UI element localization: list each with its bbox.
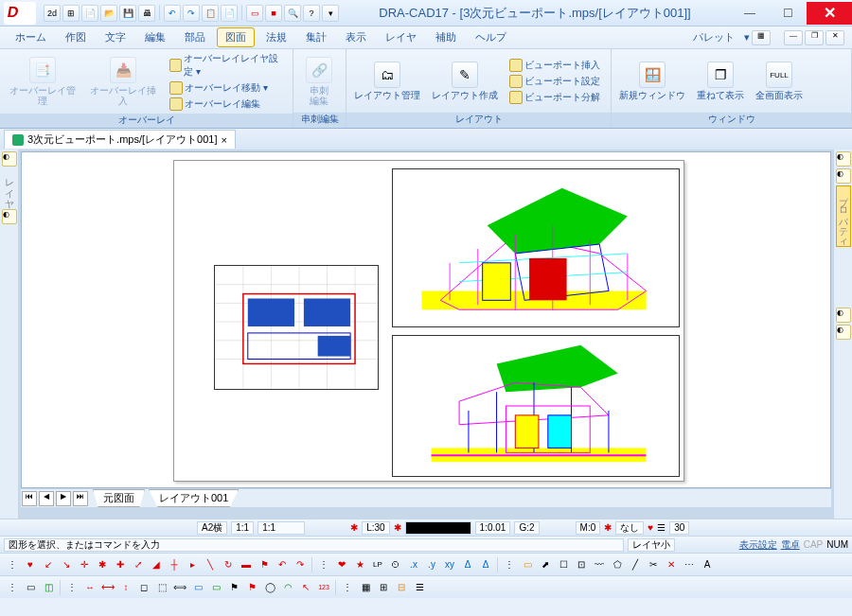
sel-poly[interactable]: ⬠	[609, 556, 626, 573]
cascade-button[interactable]: ❐ 重ねて表示	[693, 60, 748, 102]
tool2-table[interactable]: ⊟	[393, 579, 410, 596]
sel-cursor[interactable]: ⬈	[537, 556, 554, 573]
nav-prev[interactable]: ◀	[39, 491, 54, 506]
nav-last[interactable]: ⏭	[73, 491, 88, 506]
status-coord[interactable]: 1:0.01	[475, 521, 511, 535]
dim-h2[interactable]: ⟺	[171, 579, 188, 596]
menu-draw[interactable]: 作図	[58, 28, 94, 46]
grip-icon[interactable]: ⋮	[501, 556, 518, 573]
dim-h[interactable]: ↔	[81, 579, 98, 596]
app-logo[interactable]: D	[4, 2, 36, 25]
status-ratio1[interactable]: 1:1	[231, 521, 254, 535]
document-tab[interactable]: 3次元ビューポート.mps/[レイアウト001] ×	[4, 130, 236, 149]
grip-icon[interactable]: ⋮	[63, 579, 80, 596]
qat-copy[interactable]: 📋	[202, 5, 219, 22]
dim-rect[interactable]: ▭	[189, 579, 206, 596]
status-g[interactable]: G:2	[514, 521, 539, 535]
close-button[interactable]: ✕	[807, 2, 852, 25]
maximize-button[interactable]: ☐	[769, 2, 807, 25]
menu-aux[interactable]: 補助	[428, 28, 464, 46]
tool2-cell[interactable]: ⊞	[375, 579, 392, 596]
child-restore[interactable]: ❐	[805, 30, 824, 45]
ribbon-options[interactable]: ▦	[752, 30, 771, 45]
status-none[interactable]: なし	[615, 521, 644, 535]
viewport-elevation[interactable]	[392, 335, 680, 477]
status-m[interactable]: M:0	[576, 521, 601, 535]
menu-summary[interactable]: 集計	[298, 28, 334, 46]
drawing-canvas[interactable]	[21, 151, 831, 488]
overlay-insert-button[interactable]: 📥 オーバーレイ挿入	[84, 55, 161, 108]
side-left-tab2[interactable]: ◐	[2, 209, 17, 224]
menu-pallet[interactable]: パレット	[685, 28, 742, 46]
sel-x[interactable]: ✕	[663, 556, 680, 573]
side-right-label[interactable]: プロパティ	[836, 185, 851, 247]
viewport-iso[interactable]	[392, 168, 680, 327]
tool-middle[interactable]: ◢	[148, 556, 165, 573]
menu-drawing[interactable]: 図面	[217, 27, 255, 47]
sel-clip[interactable]: ✂	[645, 556, 662, 573]
tool-angle[interactable]: ▸	[184, 556, 201, 573]
sel-cross[interactable]: ⊡	[573, 556, 590, 573]
qat-grid[interactable]: ⊞	[62, 5, 80, 22]
qat-new[interactable]: 📄	[81, 5, 98, 22]
dim-hh[interactable]: ⟷	[99, 579, 116, 596]
sel-wave[interactable]: 〰	[591, 556, 608, 573]
status-ratio2[interactable]: 1:1	[257, 521, 305, 535]
qat-rect[interactable]: ▭	[246, 5, 263, 22]
child-close[interactable]: ✕	[825, 30, 844, 45]
child-minimize[interactable]: —	[784, 30, 803, 45]
sheet-layout001[interactable]: レイアウト001	[149, 489, 239, 507]
tool2-list[interactable]: ☰	[411, 579, 428, 596]
menu-parts[interactable]: 部品	[177, 28, 213, 46]
dim-123[interactable]: 123	[315, 579, 332, 596]
tool-arrow-dl[interactable]: ↙	[40, 556, 57, 573]
tool-cross[interactable]: ✛	[76, 556, 93, 573]
layout-create-button[interactable]: ✎ レイアウト作成	[428, 60, 502, 102]
tool-cross2[interactable]: ✚	[112, 556, 129, 573]
tool-bar[interactable]: ▬	[238, 556, 255, 573]
viewport-insert[interactable]: ビューポート挿入	[506, 58, 604, 73]
menu-regulation[interactable]: 法規	[258, 28, 294, 46]
status-calc[interactable]: 電卓	[781, 538, 800, 552]
qat-save[interactable]: 💾	[119, 5, 136, 22]
qat-help[interactable]: ?	[303, 5, 320, 22]
viewport-explode[interactable]: ビューポート分解	[506, 90, 604, 105]
stack-icon[interactable]: ☰	[657, 522, 666, 533]
overlay-layer-setting[interactable]: オーバーレイレイヤ設定 ▾	[166, 51, 289, 79]
tool-arrow-dr[interactable]: ↘	[58, 556, 75, 573]
tool-fav[interactable]: ❤	[333, 556, 350, 573]
skewer-edit-button[interactable]: 🔗 串刺 編集	[297, 55, 341, 108]
tool-dx[interactable]: Δ	[459, 556, 476, 573]
status-paper[interactable]: A2横	[197, 521, 227, 535]
dim-box2[interactable]: ⬚	[153, 579, 170, 596]
sheet-original[interactable]: 元図面	[93, 489, 145, 507]
tool-time[interactable]: ⏲	[387, 556, 404, 573]
fullscreen-button[interactable]: FULL 全画面表示	[752, 60, 807, 102]
command-prompt[interactable]: 図形を選択、またはコマンドを入力	[4, 538, 624, 552]
tool-dy[interactable]: Δ	[477, 556, 494, 573]
qat-2d3d[interactable]: 2d	[44, 5, 61, 22]
dim-flag[interactable]: ⚑	[225, 579, 242, 596]
status-color[interactable]	[405, 521, 471, 535]
grip-icon[interactable]: ⋮	[315, 556, 332, 573]
menu-text[interactable]: 文字	[98, 28, 133, 46]
side-right-tab1[interactable]: ◐	[836, 151, 851, 167]
dim-cursor[interactable]: ↖	[297, 579, 314, 596]
tool2-rect[interactable]: ▭	[22, 579, 39, 596]
menu-home[interactable]: ホーム	[8, 28, 54, 46]
tool-xy[interactable]: xy	[441, 556, 458, 573]
side-left-label[interactable]: レイヤ	[3, 168, 16, 207]
qat-undo[interactable]: ↶	[164, 5, 181, 22]
sel-dash[interactable]: ⋯	[681, 556, 698, 573]
status-layer-small[interactable]: レイヤ小	[628, 538, 675, 552]
dim-v[interactable]: ↕	[117, 579, 134, 596]
qat-redo[interactable]: ↷	[183, 5, 200, 22]
dim-flag2[interactable]: ⚑	[243, 579, 260, 596]
overlay-edit[interactable]: オーバーレイ編集	[166, 97, 289, 112]
tool-point[interactable]: ♥	[22, 556, 39, 573]
qat-more[interactable]: ▾	[322, 5, 339, 22]
sel-a[interactable]: A	[699, 556, 716, 573]
grip-icon[interactable]: ⋮	[4, 579, 21, 596]
grip-icon[interactable]: ⋮	[339, 579, 356, 596]
qat-fill[interactable]: ■	[265, 5, 282, 22]
